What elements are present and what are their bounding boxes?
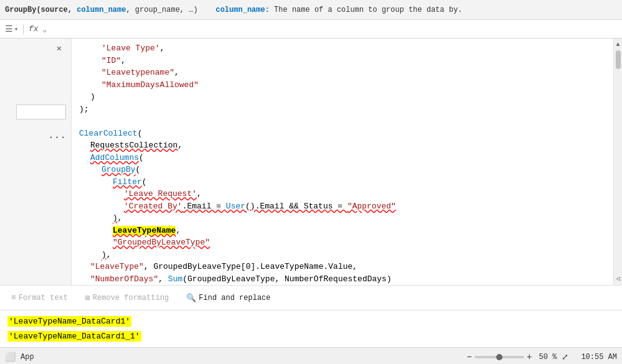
vertical-scrollbar[interactable]: ▲ ◁: [613, 39, 622, 285]
zoom-plus-button[interactable]: +: [527, 352, 532, 362]
app-icon: ⬜: [5, 352, 16, 362]
zoom-control: − +: [467, 352, 532, 362]
code-line-20: "NumberOfDays", Sum(GroupedByLeaveType, …: [79, 273, 622, 286]
code-line-17: "GroupedByLeaveType": [79, 236, 622, 249]
format-text-button[interactable]: ≡ Format text: [7, 291, 72, 305]
code-line-4: "MaximumDaysAllowed": [79, 79, 622, 91]
clock-time: 10:55 AM: [581, 353, 617, 362]
status-right: − + 50 % ⤢ 10:55 AM: [467, 352, 617, 362]
formula-menu-icon[interactable]: ☰ ▾: [5, 24, 18, 34]
code-line-9: RequestsCollection,: [79, 139, 622, 152]
remove-formatting-label: Remove formatting: [93, 294, 169, 302]
find-replace-label: Find and replace: [199, 294, 270, 302]
code-line-12: Filter(: [79, 176, 622, 189]
scroll-thumb[interactable]: [616, 50, 621, 69]
formula-expand[interactable]: ⌄: [42, 24, 47, 34]
code-line-6: );: [79, 103, 622, 116]
expand-icon[interactable]: ⤢: [562, 352, 568, 362]
hint-desc: The name of a column to group the data b…: [270, 6, 463, 14]
code-content: 'Leave Type', "ID", "Leavetypename", "Ma…: [72, 41, 622, 285]
format-text-icon: ≡: [11, 293, 16, 302]
hint-rest: , group_name, …): [126, 6, 197, 14]
sidebar-input[interactable]: [16, 105, 66, 119]
code-line-15: ),: [79, 212, 622, 225]
code-line-10: AddColumns(: [79, 152, 622, 164]
status-left: ⬜ App: [5, 352, 34, 362]
preview-text-2: 'LeaveTypeName_DataCard1_1': [7, 331, 141, 342]
find-replace-icon: 🔍: [186, 293, 196, 303]
find-replace-button[interactable]: 🔍 Find and replace: [182, 291, 274, 306]
code-line-8: ClearCollect(: [79, 128, 622, 140]
code-line-16: LeaveTypeName,: [79, 225, 622, 237]
app-label: App: [21, 353, 34, 362]
status-bar: ⬜ App − + 50 % ⤢ 10:55 AM: [0, 347, 622, 364]
remove-formatting-button[interactable]: ⊠ Remove formatting: [82, 291, 172, 306]
remove-formatting-icon: ⊠: [85, 293, 90, 303]
code-line-7: [79, 115, 622, 128]
zoom-percentage: 50 %: [537, 353, 557, 362]
bottom-toolbar: ≡ Format text ⊠ Remove formatting 🔍 Find…: [0, 285, 622, 310]
close-icon[interactable]: ✕: [52, 41, 66, 55]
scroll-expand-icon[interactable]: ◁: [616, 274, 620, 282]
code-line-19: "LeaveType", GroupedByLeaveType[0].Leave…: [79, 261, 622, 273]
zoom-slider[interactable]: [474, 356, 524, 358]
formula-divider: [23, 24, 24, 34]
hint-bar: GroupBy(source, column_name, group_name,…: [0, 0, 622, 20]
format-text-label: Format text: [19, 294, 68, 302]
hint-desc-label: column_name:: [215, 6, 269, 14]
preview-text-1: 'LeaveTypeName_DataCard1': [7, 316, 131, 327]
formula-bar: ☰ ▾ fx ⌄: [0, 20, 622, 39]
code-line-13: 'Leave Request',: [79, 188, 622, 200]
hint-text: GroupBy(source, column_name, group_name,…: [5, 6, 463, 14]
code-line-1: 'Leave Type',: [79, 42, 622, 55]
code-line-11: GroupBy(: [79, 164, 622, 176]
code-line-5: ): [79, 91, 622, 103]
zoom-minus-button[interactable]: −: [467, 352, 472, 362]
left-sidebar: ✕ ···: [0, 39, 72, 285]
preview-area: 'LeaveTypeName_DataCard1' 'LeaveTypeName…: [0, 310, 622, 347]
formula-fx: fx: [29, 24, 39, 34]
code-line-18: ),: [79, 249, 622, 261]
zoom-slider-thumb[interactable]: [496, 354, 502, 360]
preview-item-1: 'LeaveTypeName_DataCard1': [7, 315, 615, 327]
code-line-2: "ID",: [79, 55, 622, 67]
code-line-14: 'Created By'.Email = User().Email && Sta…: [79, 200, 622, 213]
code-editor[interactable]: 'Leave Type', "ID", "Leavetypename", "Ma…: [72, 39, 622, 285]
hint-fn: GroupBy(source,: [5, 6, 77, 14]
code-line-3: "Leavetypename",: [79, 67, 622, 79]
scroll-up-icon[interactable]: ▲: [616, 41, 620, 48]
more-options-icon[interactable]: ···: [48, 132, 66, 143]
hint-param: column_name: [77, 6, 126, 14]
preview-item-2: 'LeaveTypeName_DataCard1_1': [7, 330, 615, 342]
